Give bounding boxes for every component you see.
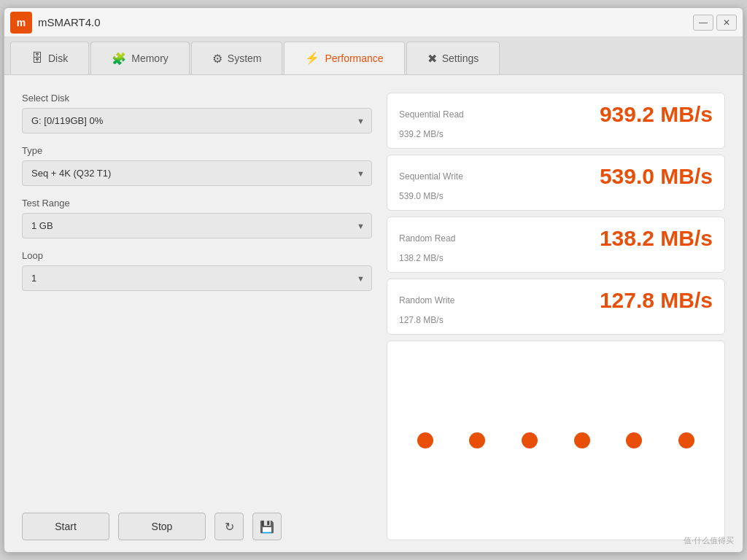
tab-system[interactable]: ⚙ System [191,42,283,74]
memory-icon: 🧩 [112,52,126,66]
type-label: Type [22,145,372,156]
tab-performance[interactable]: ⚡ Performance [284,42,404,74]
tab-memory[interactable]: 🧩 Memory [90,42,190,74]
random-write-card: Random Write 127.8 MB/s 127.8 MB/s [387,279,725,335]
select-disk-input[interactable]: G: [0/119GB] 0% [22,108,372,133]
select-disk-label: Select Disk [22,93,372,104]
test-range-group: Test Range 1 GB ▼ [22,198,372,238]
start-button[interactable]: Start [22,513,109,540]
refresh-button[interactable]: ↻ [214,513,244,540]
main-content: Select Disk G: [0/119GB] 0% ▼ Type Seq +… [4,75,743,552]
dots-card [387,341,725,540]
random-read-card: Random Read 138.2 MB/s 138.2 MB/s [387,217,725,273]
random-write-top: Random Write 127.8 MB/s [399,288,713,313]
type-input[interactable]: Seq + 4K (Q32 T1) [22,160,372,186]
disk-icon: 🗄 [31,52,43,65]
random-write-label: Random Write [399,295,454,306]
action-buttons: Start Stop ↻ 💾 [22,507,372,540]
sequential-read-value: 939.2 MB/s [600,102,713,127]
random-read-top: Random Read 138.2 MB/s [399,226,713,251]
title-bar-left: m mSMART4.0 [10,12,101,34]
dot-2 [469,432,485,448]
sequential-write-sub: 539.0 MB/s [399,191,713,201]
close-button[interactable]: ✕ [716,15,737,31]
loop-wrapper: 1 ▼ [22,265,372,291]
loop-input[interactable]: 1 [22,265,372,291]
tab-disk-label: Disk [48,52,68,64]
select-disk-wrapper: G: [0/119GB] 0% ▼ [22,108,372,133]
dot-4 [574,432,590,448]
system-icon: ⚙ [212,52,222,66]
tab-performance-label: Performance [325,52,383,64]
sequential-write-top: Sequential Write 539.0 MB/s [399,164,713,189]
type-group: Type Seq + 4K (Q32 T1) ▼ [22,145,372,186]
random-read-value: 138.2 MB/s [600,226,713,251]
random-write-sub: 127.8 MB/s [399,315,713,325]
stop-button[interactable]: Stop [118,513,206,540]
app-window: m mSMART4.0 — ✕ 🗄 Disk 🧩 Memory ⚙ System… [4,7,743,553]
sequential-read-sub: 939.2 MB/s [399,129,713,139]
sequential-write-label: Sequential Write [399,171,463,182]
sequential-write-card: Sequential Write 539.0 MB/s 539.0 MB/s [387,155,725,211]
title-bar-controls: — ✕ [693,15,737,31]
type-wrapper: Seq + 4K (Q32 T1) ▼ [22,160,372,186]
random-write-value: 127.8 MB/s [600,288,713,313]
save-button[interactable]: 💾 [252,513,282,540]
tab-settings[interactable]: ✖ Settings [406,42,500,74]
tab-disk[interactable]: 🗄 Disk [10,42,89,74]
left-panel: Select Disk G: [0/119GB] 0% ▼ Type Seq +… [22,93,372,540]
sequential-read-label: Sequential Read [399,109,464,120]
test-range-label: Test Range [22,198,372,209]
dot-1 [417,432,433,448]
app-title: mSMART4.0 [38,16,101,28]
refresh-icon: ↻ [225,520,234,534]
dot-3 [522,432,538,448]
tab-bar: 🗄 Disk 🧩 Memory ⚙ System ⚡ Performance ✖… [4,37,743,75]
dot-6 [678,432,694,448]
test-range-wrapper: 1 GB ▼ [22,213,372,238]
settings-icon: ✖ [427,52,437,66]
save-icon: 💾 [260,520,274,534]
loop-group: Loop 1 ▼ [22,250,372,291]
tab-memory-label: Memory [131,52,169,64]
select-disk-group: Select Disk G: [0/119GB] 0% ▼ [22,93,372,133]
random-read-sub: 138.2 MB/s [399,253,713,263]
sequential-read-card: Sequential Read 939.2 MB/s 939.2 MB/s [387,93,725,149]
minimize-button[interactable]: — [693,15,713,31]
performance-icon: ⚡ [305,51,320,65]
right-panel: Sequential Read 939.2 MB/s 939.2 MB/s Se… [387,93,725,540]
tab-system-label: System [228,52,262,64]
tab-settings-label: Settings [442,52,479,64]
sequential-read-top: Sequential Read 939.2 MB/s [399,102,713,127]
random-read-label: Random Read [399,233,455,244]
sequential-write-value: 539.0 MB/s [600,164,713,189]
app-logo: m [10,12,32,34]
loop-label: Loop [22,250,372,261]
dot-5 [626,432,642,448]
test-range-input[interactable]: 1 GB [22,213,372,238]
title-bar: m mSMART4.0 — ✕ [4,8,743,37]
watermark: 值·什么值得买 [684,535,734,546]
